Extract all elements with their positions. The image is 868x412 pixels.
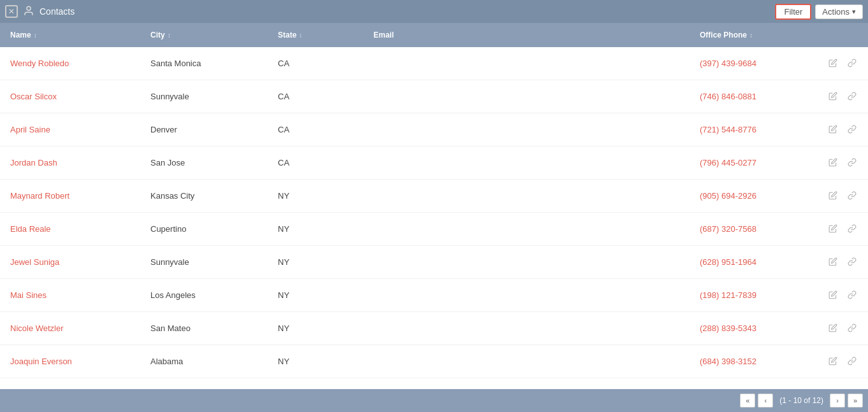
filter-button[interactable]: Filter (775, 4, 811, 20)
cell-row-actions (817, 256, 868, 269)
actions-button[interactable]: Actions (815, 4, 863, 19)
cell-name: Jordan Dash (0, 158, 140, 167)
link-row-button[interactable] (845, 289, 859, 302)
cell-state: NY (268, 224, 363, 234)
edit-row-button[interactable] (826, 190, 840, 202)
table-row: Maynard Robert Kansas City NY (905) 694-… (0, 180, 868, 213)
contact-name-link[interactable]: Oscar Silcox (10, 92, 57, 101)
contact-name-link[interactable]: Jordan Dash (10, 158, 57, 167)
cell-row-actions (817, 223, 868, 236)
cell-phone: (397) 439-9684 (690, 59, 817, 68)
col-header-phone[interactable]: Office Phone ↕ (690, 31, 817, 39)
sort-phone-icon: ↕ (749, 32, 753, 39)
sort-name-icon: ↕ (34, 32, 37, 39)
col-header-city[interactable]: City ↕ (140, 31, 268, 39)
table-body: Wendy Robledo Santa Monica CA (397) 439-… (0, 47, 868, 389)
link-row-button[interactable] (845, 190, 859, 202)
cell-city: Los Angeles (140, 290, 268, 300)
link-row-button[interactable] (845, 90, 859, 103)
cell-city: Denver (140, 125, 268, 134)
link-row-button[interactable] (845, 256, 859, 269)
link-row-button[interactable] (845, 355, 859, 368)
edit-row-button[interactable] (826, 223, 840, 236)
cell-city: Kansas City (140, 191, 268, 201)
edit-row-button[interactable] (826, 256, 840, 269)
close-button[interactable]: ✕ (5, 5, 18, 18)
link-row-button[interactable] (845, 322, 859, 335)
table-row: Jordan Dash San Jose CA (796) 445-0277 (0, 146, 868, 180)
page-title: Contacts (40, 6, 775, 17)
prev-page-button[interactable]: ‹ (758, 394, 773, 408)
edit-row-button[interactable] (826, 57, 840, 70)
contact-name-link[interactable]: Elda Reale (10, 224, 51, 234)
link-row-button[interactable] (845, 57, 859, 70)
cell-state: NY (268, 323, 363, 333)
table-row: Jewel Suniga Sunnyvale NY (628) 951-1964 (0, 246, 868, 279)
cell-name: Oscar Silcox (0, 92, 140, 101)
table-header: Name ↕ City ↕ State ↕ Email Office Phone… (0, 23, 868, 47)
cell-state: NY (268, 290, 363, 300)
page-info: (1 - 10 of 12) (776, 396, 827, 405)
first-page-button[interactable]: « (740, 394, 755, 408)
edit-row-button[interactable] (826, 90, 840, 103)
cell-phone: (288) 839-5343 (690, 323, 817, 333)
col-header-name[interactable]: Name ↕ (0, 31, 140, 39)
cell-phone: (628) 951-1964 (690, 257, 817, 267)
cell-state: CA (268, 92, 363, 101)
table-row: April Saine Denver CA (721) 544-8776 (0, 113, 868, 146)
contact-name-link[interactable]: April Saine (10, 125, 50, 134)
cell-phone: (198) 121-7839 (690, 290, 817, 300)
edit-row-button[interactable] (826, 124, 840, 136)
contact-name-link[interactable]: Joaquin Everson (10, 357, 72, 366)
edit-row-button[interactable] (826, 322, 840, 335)
col-header-state[interactable]: State ↕ (268, 31, 363, 39)
contact-name-link[interactable]: Maynard Robert (10, 191, 69, 201)
cell-phone: (746) 846-0881 (690, 92, 817, 101)
cell-city: San Mateo (140, 323, 268, 333)
cell-phone: (905) 694-2926 (690, 191, 817, 201)
col-header-email: Email (363, 31, 690, 39)
table-row: Elda Reale Cupertino NY (687) 320-7568 (0, 213, 868, 246)
cell-state: CA (268, 59, 363, 68)
cell-name: April Saine (0, 125, 140, 134)
link-row-button[interactable] (845, 124, 859, 136)
contact-name-link[interactable]: Nicole Wetzler (10, 323, 64, 333)
edit-row-button[interactable] (826, 157, 840, 169)
cell-city: Cupertino (140, 224, 268, 234)
sort-city-icon: ↕ (168, 32, 171, 39)
contact-name-link[interactable]: Mai Sines (10, 290, 47, 300)
table-row: Mai Sines Los Angeles NY (198) 121-7839 (0, 279, 868, 312)
cell-row-actions (817, 90, 868, 103)
link-row-button[interactable] (845, 157, 859, 169)
cell-name: Maynard Robert (0, 191, 140, 201)
table-row: Nicole Wetzler San Mateo NY (288) 839-53… (0, 312, 868, 345)
contact-name-link[interactable]: Wendy Robledo (10, 59, 69, 68)
cell-name: Wendy Robledo (0, 59, 140, 68)
cell-row-actions (817, 124, 868, 136)
cell-row-actions (817, 190, 868, 202)
toolbar: Filter Actions (775, 4, 863, 20)
cell-row-actions (817, 289, 868, 302)
app-window: ✕ Contacts Filter Actions Name ↕ City ↕ … (0, 0, 868, 412)
cell-state: NY (268, 191, 363, 201)
edit-row-button[interactable] (826, 289, 840, 302)
cell-city: Sunnyvale (140, 92, 268, 101)
cell-phone: (687) 320-7568 (690, 224, 817, 234)
cell-row-actions (817, 322, 868, 335)
next-page-button[interactable]: › (830, 394, 845, 408)
cell-name: Mai Sines (0, 290, 140, 300)
edit-row-button[interactable] (826, 355, 840, 368)
contact-name-link[interactable]: Jewel Suniga (10, 257, 59, 267)
cell-state: CA (268, 125, 363, 134)
cell-name: Nicole Wetzler (0, 323, 140, 333)
cell-row-actions (817, 157, 868, 169)
cell-city: Sunnyvale (140, 257, 268, 267)
last-page-button[interactable]: » (848, 394, 863, 408)
cell-city: San Jose (140, 158, 268, 167)
sort-state-icon: ↕ (299, 32, 302, 39)
cell-state: NY (268, 357, 363, 366)
link-row-button[interactable] (845, 223, 859, 236)
table-row: Joaquin Everson Alabama NY (684) 398-315… (0, 345, 868, 378)
cell-city: Alabama (140, 357, 268, 366)
cell-phone: (721) 544-8776 (690, 125, 817, 134)
